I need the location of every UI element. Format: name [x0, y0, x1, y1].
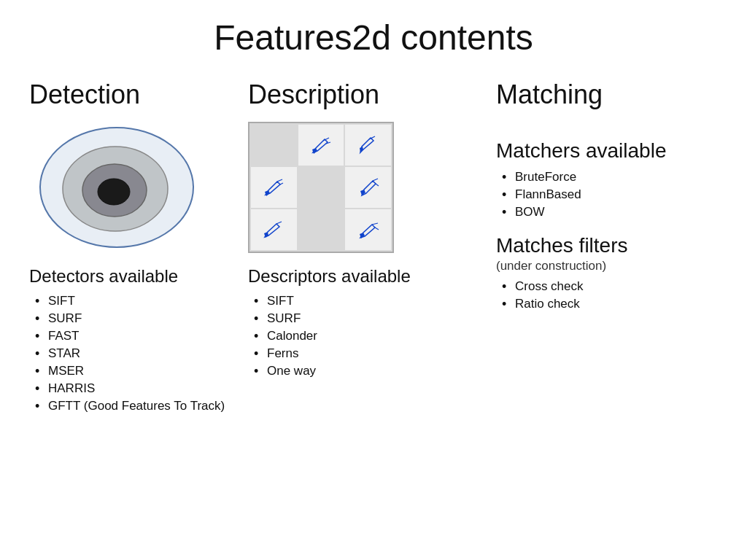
detection-illustration	[36, 122, 197, 253]
svg-line-12	[277, 179, 282, 182]
descriptors-list: SIFT SURF Calonder Ferns One way	[254, 292, 467, 380]
matching-column: Matching Matchers available BruteForce F…	[474, 79, 722, 415]
description-column: Description	[241, 79, 474, 415]
grid-cell	[345, 209, 391, 250]
matches-filters-heading: Matches filters	[496, 234, 715, 257]
list-item: FAST	[35, 327, 233, 345]
list-item: BOW	[502, 203, 715, 221]
matchers-available-heading: Matchers available	[496, 139, 715, 163]
list-item: FlannBased	[502, 186, 715, 203]
grid-cell	[251, 209, 297, 250]
list-item: Ratio check	[502, 295, 715, 313]
grid-cell	[345, 125, 391, 166]
page-title: Features2d contents	[0, 0, 747, 72]
list-item: HARRIS	[35, 380, 233, 397]
grid-cell	[298, 125, 344, 166]
svg-line-16	[373, 179, 378, 181]
detectors-list: SIFT SURF FAST STAR MSER HARRIS GFTT (Go…	[35, 292, 233, 415]
descriptors-available-heading: Descriptors available	[248, 266, 467, 287]
detection-column: Detection Detectors available SIFT SURF …	[22, 79, 241, 415]
svg-marker-14	[265, 190, 270, 196]
list-item: Cross check	[502, 278, 715, 295]
grid-cell	[345, 167, 391, 208]
list-item: One way	[254, 362, 467, 380]
matchers-list: BruteForce FlannBased BOW	[502, 168, 715, 221]
filters-list: Cross check Ratio check	[502, 278, 715, 313]
list-item: STAR	[35, 345, 233, 362]
list-item: GFTT (Good Features To Track)	[35, 397, 233, 415]
list-item: SIFT	[35, 292, 233, 310]
svg-marker-7	[312, 148, 317, 154]
grid-cell	[298, 209, 344, 250]
detection-heading: Detection	[29, 79, 233, 110]
svg-line-17	[376, 184, 379, 186]
grid-cell	[298, 167, 344, 208]
svg-line-24	[375, 228, 379, 230]
list-item: BruteForce	[502, 168, 715, 186]
svg-line-20	[276, 222, 282, 224]
under-construction-label: (under construction)	[496, 259, 715, 273]
list-item: SURF	[254, 310, 467, 327]
svg-line-23	[372, 223, 378, 225]
list-item: Calonder	[254, 327, 467, 345]
matching-heading: Matching	[496, 79, 715, 110]
description-heading: Description	[248, 79, 467, 110]
detectors-available-heading: Detectors available	[29, 266, 233, 287]
list-item: SURF	[35, 310, 233, 327]
svg-point-3	[98, 179, 130, 205]
list-item: Ferns	[254, 345, 467, 362]
list-item: MSER	[35, 362, 233, 380]
list-item: SIFT	[254, 292, 467, 310]
grid-cell	[251, 125, 297, 166]
grid-cell	[251, 167, 297, 208]
svg-line-13	[280, 183, 283, 184]
description-illustration	[248, 122, 394, 253]
